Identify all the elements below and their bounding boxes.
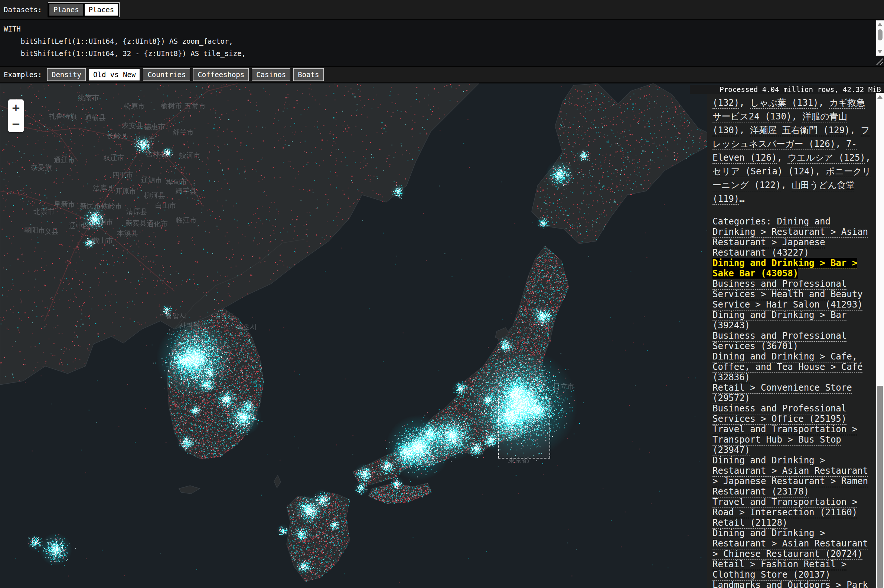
example-button-casinos[interactable]: Casinos [252, 68, 290, 81]
category-item[interactable]: Dining and Drinking > Restaurant > Asian… [713, 528, 868, 559]
zoom-out-button[interactable]: − [8, 116, 24, 132]
datasets-label: Datasets: [4, 6, 42, 14]
query-status-text: Processed 4.04 million rows, 42.32 MiB [720, 86, 881, 93]
sidebar-scrollbar[interactable] [876, 93, 884, 588]
sql-scrollbar-thumb[interactable] [878, 29, 882, 40]
category-item[interactable]: Dining and Drinking > Cafe, Coffee, and … [713, 351, 863, 382]
results-sidebar[interactable]: (132), しゃぶ葉 (131), カギ救急サービス24 (130), 洋服の… [707, 94, 876, 588]
brand-item[interactable]: ウエルシア (125) [788, 153, 866, 163]
example-button-old-vs-new[interactable]: Old vs New [89, 68, 140, 81]
query-status-bar: Processed 4.04 million rows, 42.32 MiB [690, 85, 884, 94]
examples-bar: Examples: DensityOld vs NewCountriesCoff… [0, 67, 884, 84]
tile-selection-rectangle [498, 398, 550, 459]
dataset-button-planes[interactable]: Planes [50, 4, 83, 16]
example-switcher: DensityOld vs NewCountriesCoffeeshopsCas… [47, 68, 324, 81]
example-button-density[interactable]: Density [47, 68, 86, 81]
map-container[interactable]: + − Processed 4.04 million rows, 42.32 M… [0, 84, 884, 588]
brand-item[interactable]: (132) [713, 98, 739, 108]
example-button-boats[interactable]: Boats [293, 68, 323, 81]
datasets-bar: Datasets: PlanesPlaces [0, 0, 884, 19]
sidebar-spacer [713, 206, 873, 216]
category-item[interactable]: Travel and Transportation > Road > Inter… [713, 497, 857, 518]
category-item[interactable]: Business and Professional Services (3670… [713, 330, 846, 351]
scroll-up-arrow-icon[interactable] [877, 95, 882, 99]
brand-item[interactable]: セリア (Seria) (124) [713, 166, 815, 177]
category-item[interactable]: Retail (21128) [713, 518, 788, 528]
example-button-coffeeshops[interactable]: Coffeeshops [193, 68, 249, 81]
categories-label: Categories: [713, 216, 777, 226]
category-item[interactable]: Business and Professional Services > Hea… [713, 279, 863, 310]
dataset-switcher: PlanesPlaces [48, 2, 120, 17]
examples-label: Examples: [4, 70, 42, 79]
category-item-highlighted[interactable]: Dining and Drinking > Bar > Sake Bar (43… [713, 258, 857, 279]
category-item[interactable]: Dining and Drinking > Restaurant > Asian… [713, 455, 868, 497]
scroll-down-arrow-icon[interactable] [877, 50, 882, 53]
dataset-button-places[interactable]: Places [85, 4, 119, 16]
categories-list: Categories: Dining and Drinking > Restau… [713, 216, 873, 588]
category-item[interactable]: Travel and Transportation > Transport Hu… [713, 424, 857, 455]
brand-item[interactable]: 洋麺屋 五右衛門 (129) [750, 125, 850, 135]
scroll-up-arrow-icon[interactable] [877, 22, 882, 26]
example-button-countries[interactable]: Countries [143, 68, 190, 81]
category-item[interactable]: Business and Professional Services > Off… [713, 403, 846, 424]
map-zoom-control: + − [8, 99, 24, 132]
category-item[interactable]: Landmarks and Outdoors > Park (19498) [713, 580, 868, 588]
zoom-in-button[interactable]: + [8, 99, 24, 116]
brands-list: (132), しゃぶ葉 (131), カギ救急サービス24 (130), 洋服の… [713, 96, 873, 206]
sql-query-text[interactable]: WITH bitShiftLeft(1::UInt64, {z:UInt8}) … [0, 20, 884, 60]
sidebar-scrollbar-thumb[interactable] [877, 386, 883, 588]
brand-item[interactable]: しゃぶ葉 (131) [750, 98, 818, 108]
sql-editor[interactable]: WITH bitShiftLeft(1::UInt64, {z:UInt8}) … [0, 19, 884, 67]
sql-editor-scrollbar[interactable] [876, 20, 884, 56]
category-item[interactable]: Retail > Convenience Store (29572) [713, 382, 852, 403]
category-item[interactable]: Retail > Fashion Retail > Clothing Store… [713, 559, 846, 580]
category-item[interactable]: Dining and Drinking > Bar (39243) [713, 310, 846, 330]
